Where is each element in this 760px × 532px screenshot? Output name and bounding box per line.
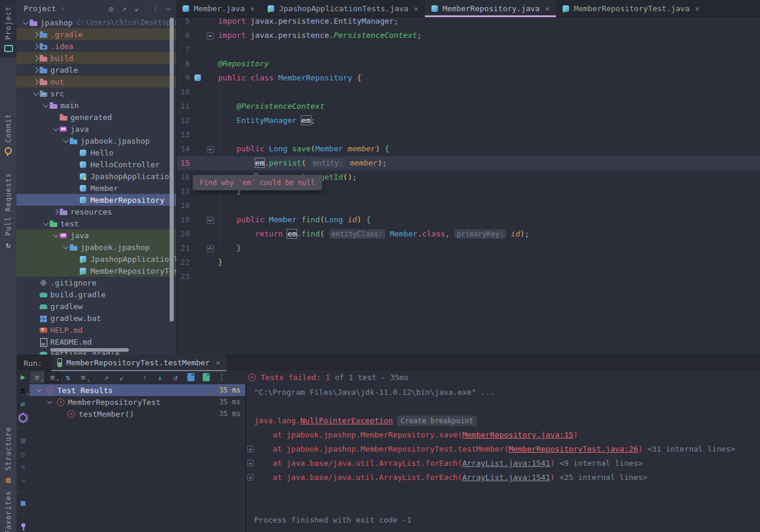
more-actions-icon[interactable]: ⋮ — [215, 371, 229, 383]
code-line[interactable]: 15 em.persist( entity: member); — [177, 156, 760, 170]
tree-item-java[interactable]: java — [17, 229, 176, 241]
tab-memberrepository-java[interactable]: MemberRepository.java× — [425, 0, 556, 17]
profiler-icon[interactable]: ◎ — [17, 447, 30, 460]
tree-item-out[interactable]: out — [17, 76, 176, 87]
chevron-right-icon[interactable] — [51, 210, 60, 214]
tree-item-readme-md[interactable]: README.md — [17, 336, 176, 348]
tree-item-java[interactable]: java — [17, 123, 176, 135]
tree-item-gradle[interactable]: gradle — [17, 64, 176, 76]
code-line[interactable]: 22} — [177, 255, 760, 270]
tree-item-help-md[interactable]: HELP.md — [17, 324, 176, 336]
test-node-testmember[interactable]: ×testMember()35 ms — [30, 408, 245, 420]
tree-item-main[interactable]: main — [17, 99, 176, 111]
next-failed-test-icon[interactable]: ↓ — [153, 371, 167, 383]
tree-item-gradlew-bat[interactable]: gradlew.bat — [17, 312, 176, 324]
stack-trace-link[interactable]: MemberRepositoryTest.java:26 — [508, 445, 638, 453]
chevron-down-icon[interactable] — [61, 139, 70, 143]
chevron-right-icon[interactable] — [31, 80, 40, 84]
code-line[interactable]: 10 — [177, 85, 760, 99]
close-icon[interactable]: × — [545, 4, 550, 13]
show-passed-tests-icon[interactable]: ≡✓ — [30, 371, 44, 383]
detach-icon[interactable]: ⇥ — [17, 474, 30, 488]
tree-item-jpashopapplicationtests[interactable]: JpashopApplicationTests — [17, 253, 176, 265]
tree-item-build-gradle[interactable]: build.gradle — [17, 288, 176, 300]
collapse-all-icon[interactable]: ↙ — [115, 371, 129, 383]
pin-tab-icon[interactable] — [17, 518, 30, 532]
class-icon[interactable] — [194, 74, 202, 82]
chevron-right-icon[interactable] — [31, 68, 40, 72]
tree-item-test[interactable]: test — [17, 218, 176, 229]
code-line[interactable]: 6import javax.persistence.PersistenceCon… — [177, 28, 760, 43]
close-icon[interactable]: × — [216, 358, 220, 367]
rerun-tests-icon[interactable]: ▶ — [17, 370, 30, 384]
code-line[interactable]: 21 } — [177, 241, 760, 255]
tree-item-gradle[interactable]: .gradle — [17, 28, 176, 40]
export-test-results-icon[interactable] — [199, 371, 213, 383]
attach-debugger-icon[interactable]: ↯ — [17, 460, 30, 474]
collapse-all-icon[interactable]: ↙ — [131, 2, 144, 14]
tool-window-button-structure[interactable]: Structure▤ — [0, 427, 17, 484]
code-line[interactable]: 8@Repository — [177, 57, 760, 71]
run-tab[interactable]: MemberRepositoryTest.testMember × — [51, 355, 226, 371]
restore-layout-icon[interactable]: ▦ — [17, 496, 30, 510]
import-test-results-icon[interactable] — [184, 371, 198, 383]
code-line[interactable]: 20 return em.find( entityClass: Member.c… — [177, 227, 760, 241]
chevron-down-icon[interactable]: ˅ — [61, 5, 64, 12]
tree-item-src[interactable]: src — [17, 87, 176, 99]
code-line[interactable]: 19 public Member find(Long id) { — [177, 213, 760, 227]
chevron-down-icon[interactable] — [41, 103, 50, 108]
expand-all-icon[interactable]: ↗ — [118, 2, 131, 14]
code-line[interactable]: 12 EntityManager em; — [177, 113, 760, 128]
tool-window-button-pull-requests[interactable]: Pull Requests↻ — [0, 173, 17, 249]
test-runner-settings-icon[interactable] — [17, 411, 30, 424]
code-line[interactable]: 23 — [177, 270, 760, 284]
previous-failed-test-icon[interactable]: ↑ — [138, 371, 152, 383]
tree-item-generated[interactable]: generated — [17, 111, 176, 123]
chevron-right-icon[interactable] — [31, 56, 40, 60]
show-failed-tests-icon[interactable]: ≡× — [46, 371, 60, 383]
rerun-failed-tests-icon[interactable]: ≡× — [17, 384, 30, 397]
coverage-icon[interactable]: ▦ — [17, 433, 30, 447]
tree-item-hello[interactable]: Hello — [17, 147, 176, 158]
chevron-down-icon[interactable] — [51, 233, 60, 238]
create-breakpoint-chip[interactable]: Create breakpoint — [397, 416, 477, 426]
chevron-down-icon[interactable] — [46, 401, 53, 403]
more-options-icon[interactable]: ⋮ — [149, 2, 162, 14]
expand-all-icon[interactable]: ↗ — [99, 371, 113, 383]
sort-by-duration-icon[interactable]: ≡↓ — [76, 371, 90, 383]
chevron-down-icon[interactable] — [21, 21, 30, 25]
locate-file-icon[interactable]: ◎ — [105, 2, 118, 14]
chevron-down-icon[interactable] — [61, 245, 70, 249]
fold-end-icon[interactable] — [207, 245, 214, 252]
tool-window-button-favorites[interactable]: Favorites — [0, 491, 17, 532]
stack-trace-link[interactable]: ArrayList.java:1541 — [462, 473, 550, 482]
stack-trace-link[interactable]: MemberRepository.java:15 — [462, 430, 573, 439]
chevron-right-icon[interactable] — [31, 44, 40, 48]
code-line[interactable]: 5import javax.persistence.EntityManager; — [177, 17, 760, 28]
tree-item-jpabook-jpashop[interactable]: jpabook.jpashop — [17, 135, 176, 147]
code-line[interactable]: 14 public Long save(Member member) { — [177, 142, 760, 156]
tree-item-jpabook-jpashop[interactable]: jpabook.jpashop — [17, 241, 176, 253]
chevron-right-icon[interactable] — [31, 33, 40, 37]
stack-trace-link[interactable]: ArrayList.java:1541 — [462, 459, 550, 468]
expand-stack-icon[interactable]: + — [247, 474, 254, 481]
close-icon[interactable]: × — [250, 4, 255, 13]
chevron-down-icon[interactable] — [41, 222, 50, 226]
tree-item-jpashopapplication[interactable]: JpashopApplication — [17, 170, 176, 182]
tree-item-gitignore[interactable]: .gitignore — [17, 277, 176, 288]
test-node-test-results[interactable]: ×Test Results35 ms — [30, 384, 245, 396]
code-line[interactable]: 18 — [177, 199, 760, 213]
run-console[interactable]: "C:\Program Files\Java\jdk-11.0.12\bin\j… — [246, 384, 760, 532]
tool-window-button-project[interactable]: Project — [0, 0, 17, 58]
tree-item-member[interactable]: Member — [17, 182, 176, 194]
tree-item-jpashop[interactable]: jpashopC:\Users\chico\Desktop\m — [17, 17, 176, 28]
tree-item-resources[interactable]: resources — [17, 206, 176, 218]
tab-member-java[interactable]: Member.java× — [176, 0, 261, 17]
code-line[interactable]: 11 @PersistenceContext — [177, 99, 760, 113]
fold-collapse-icon[interactable] — [207, 217, 214, 224]
tree-item-gradlew[interactable]: gradlew — [17, 300, 176, 312]
tab-jpashopapplicationtests-java[interactable]: JpashopApplicationTests.java× — [261, 0, 425, 17]
chevron-down-icon[interactable] — [35, 389, 43, 391]
expand-stack-icon[interactable]: + — [247, 446, 254, 452]
tree-item-memberrepository[interactable]: MemberRepository — [17, 194, 176, 206]
